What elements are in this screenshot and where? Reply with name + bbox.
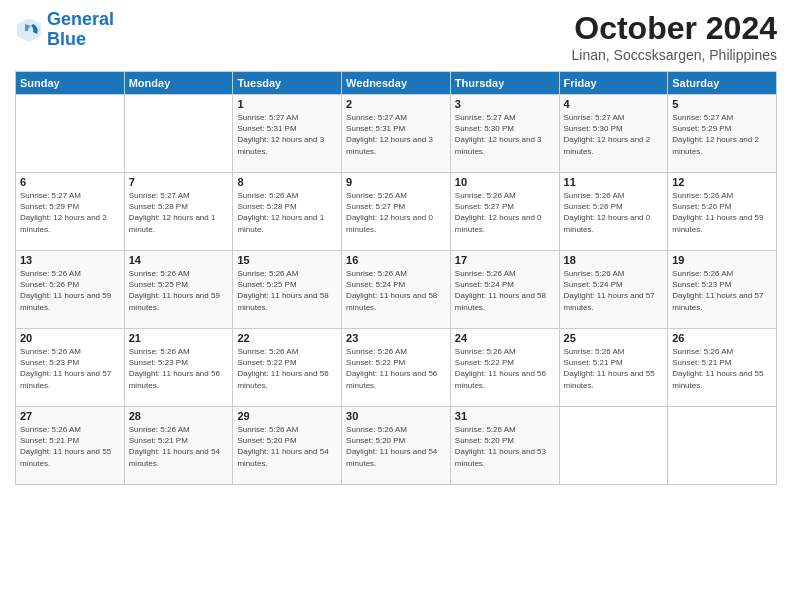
day-number: 2 [346,98,446,110]
calendar-cell: 28Sunrise: 5:26 AM Sunset: 5:21 PM Dayli… [124,407,233,485]
day-info: Sunrise: 5:27 AM Sunset: 5:30 PM Dayligh… [455,112,555,157]
calendar-cell: 30Sunrise: 5:26 AM Sunset: 5:20 PM Dayli… [342,407,451,485]
day-info: Sunrise: 5:26 AM Sunset: 5:25 PM Dayligh… [237,268,337,313]
day-number: 10 [455,176,555,188]
calendar-cell: 1Sunrise: 5:27 AM Sunset: 5:31 PM Daylig… [233,95,342,173]
day-number: 4 [564,98,664,110]
calendar-cell: 31Sunrise: 5:26 AM Sunset: 5:20 PM Dayli… [450,407,559,485]
day-info: Sunrise: 5:27 AM Sunset: 5:29 PM Dayligh… [20,190,120,235]
calendar-cell: 9Sunrise: 5:26 AM Sunset: 5:27 PM Daylig… [342,173,451,251]
page: General Blue October 2024 Linan, Soccsks… [0,0,792,612]
calendar-cell: 11Sunrise: 5:26 AM Sunset: 5:26 PM Dayli… [559,173,668,251]
logo-line2: Blue [47,29,86,49]
day-info: Sunrise: 5:26 AM Sunset: 5:24 PM Dayligh… [564,268,664,313]
day-info: Sunrise: 5:27 AM Sunset: 5:31 PM Dayligh… [346,112,446,157]
calendar-cell: 5Sunrise: 5:27 AM Sunset: 5:29 PM Daylig… [668,95,777,173]
day-number: 18 [564,254,664,266]
header: General Blue October 2024 Linan, Soccsks… [15,10,777,63]
logo-icon [15,16,43,44]
weekday-header: Thursday [450,72,559,95]
weekday-header: Wednesday [342,72,451,95]
calendar-cell [16,95,125,173]
day-number: 1 [237,98,337,110]
day-info: Sunrise: 5:26 AM Sunset: 5:28 PM Dayligh… [237,190,337,235]
day-number: 28 [129,410,229,422]
calendar-cell: 24Sunrise: 5:26 AM Sunset: 5:22 PM Dayli… [450,329,559,407]
day-info: Sunrise: 5:27 AM Sunset: 5:30 PM Dayligh… [564,112,664,157]
calendar-cell: 2Sunrise: 5:27 AM Sunset: 5:31 PM Daylig… [342,95,451,173]
calendar-cell [559,407,668,485]
day-number: 9 [346,176,446,188]
calendar-body: 1Sunrise: 5:27 AM Sunset: 5:31 PM Daylig… [16,95,777,485]
day-info: Sunrise: 5:26 AM Sunset: 5:26 PM Dayligh… [564,190,664,235]
day-info: Sunrise: 5:26 AM Sunset: 5:23 PM Dayligh… [20,346,120,391]
weekday-header: Saturday [668,72,777,95]
day-number: 7 [129,176,229,188]
calendar-cell: 4Sunrise: 5:27 AM Sunset: 5:30 PM Daylig… [559,95,668,173]
day-number: 17 [455,254,555,266]
day-info: Sunrise: 5:27 AM Sunset: 5:31 PM Dayligh… [237,112,337,157]
day-info: Sunrise: 5:26 AM Sunset: 5:21 PM Dayligh… [20,424,120,469]
day-number: 12 [672,176,772,188]
day-number: 25 [564,332,664,344]
calendar-cell [668,407,777,485]
day-info: Sunrise: 5:27 AM Sunset: 5:29 PM Dayligh… [672,112,772,157]
day-number: 30 [346,410,446,422]
calendar-cell: 10Sunrise: 5:26 AM Sunset: 5:27 PM Dayli… [450,173,559,251]
day-info: Sunrise: 5:26 AM Sunset: 5:22 PM Dayligh… [346,346,446,391]
calendar-table: SundayMondayTuesdayWednesdayThursdayFrid… [15,71,777,485]
calendar-cell: 12Sunrise: 5:26 AM Sunset: 5:26 PM Dayli… [668,173,777,251]
calendar-header-row: SundayMondayTuesdayWednesdayThursdayFrid… [16,72,777,95]
day-number: 29 [237,410,337,422]
day-number: 19 [672,254,772,266]
day-info: Sunrise: 5:26 AM Sunset: 5:20 PM Dayligh… [237,424,337,469]
calendar-cell: 14Sunrise: 5:26 AM Sunset: 5:25 PM Dayli… [124,251,233,329]
day-info: Sunrise: 5:26 AM Sunset: 5:27 PM Dayligh… [346,190,446,235]
day-number: 6 [20,176,120,188]
weekday-header: Monday [124,72,233,95]
weekday-header: Sunday [16,72,125,95]
day-info: Sunrise: 5:26 AM Sunset: 5:24 PM Dayligh… [346,268,446,313]
day-number: 3 [455,98,555,110]
calendar-cell: 16Sunrise: 5:26 AM Sunset: 5:24 PM Dayli… [342,251,451,329]
calendar-week-row: 1Sunrise: 5:27 AM Sunset: 5:31 PM Daylig… [16,95,777,173]
calendar-cell: 8Sunrise: 5:26 AM Sunset: 5:28 PM Daylig… [233,173,342,251]
day-info: Sunrise: 5:26 AM Sunset: 5:21 PM Dayligh… [129,424,229,469]
day-info: Sunrise: 5:26 AM Sunset: 5:20 PM Dayligh… [455,424,555,469]
weekday-header: Tuesday [233,72,342,95]
day-info: Sunrise: 5:26 AM Sunset: 5:23 PM Dayligh… [129,346,229,391]
calendar-cell: 25Sunrise: 5:26 AM Sunset: 5:21 PM Dayli… [559,329,668,407]
calendar-cell: 22Sunrise: 5:26 AM Sunset: 5:22 PM Dayli… [233,329,342,407]
weekday-header: Friday [559,72,668,95]
day-number: 24 [455,332,555,344]
calendar-cell [124,95,233,173]
day-number: 11 [564,176,664,188]
calendar-cell: 21Sunrise: 5:26 AM Sunset: 5:23 PM Dayli… [124,329,233,407]
month-title: October 2024 [572,10,777,47]
logo: General Blue [15,10,114,50]
calendar-week-row: 13Sunrise: 5:26 AM Sunset: 5:26 PM Dayli… [16,251,777,329]
day-info: Sunrise: 5:26 AM Sunset: 5:25 PM Dayligh… [129,268,229,313]
day-info: Sunrise: 5:26 AM Sunset: 5:26 PM Dayligh… [20,268,120,313]
day-info: Sunrise: 5:26 AM Sunset: 5:22 PM Dayligh… [237,346,337,391]
location: Linan, Soccsksargen, Philippines [572,47,777,63]
day-info: Sunrise: 5:26 AM Sunset: 5:21 PM Dayligh… [564,346,664,391]
day-number: 8 [237,176,337,188]
day-number: 27 [20,410,120,422]
calendar-week-row: 20Sunrise: 5:26 AM Sunset: 5:23 PM Dayli… [16,329,777,407]
logo-line1: General [47,9,114,29]
calendar-week-row: 6Sunrise: 5:27 AM Sunset: 5:29 PM Daylig… [16,173,777,251]
calendar-cell: 13Sunrise: 5:26 AM Sunset: 5:26 PM Dayli… [16,251,125,329]
calendar-cell: 20Sunrise: 5:26 AM Sunset: 5:23 PM Dayli… [16,329,125,407]
day-number: 15 [237,254,337,266]
calendar-cell: 3Sunrise: 5:27 AM Sunset: 5:30 PM Daylig… [450,95,559,173]
day-info: Sunrise: 5:26 AM Sunset: 5:20 PM Dayligh… [346,424,446,469]
calendar-cell: 27Sunrise: 5:26 AM Sunset: 5:21 PM Dayli… [16,407,125,485]
day-info: Sunrise: 5:27 AM Sunset: 5:28 PM Dayligh… [129,190,229,235]
day-number: 22 [237,332,337,344]
day-info: Sunrise: 5:26 AM Sunset: 5:27 PM Dayligh… [455,190,555,235]
title-block: October 2024 Linan, Soccsksargen, Philip… [572,10,777,63]
calendar-cell: 6Sunrise: 5:27 AM Sunset: 5:29 PM Daylig… [16,173,125,251]
calendar-week-row: 27Sunrise: 5:26 AM Sunset: 5:21 PM Dayli… [16,407,777,485]
day-number: 26 [672,332,772,344]
